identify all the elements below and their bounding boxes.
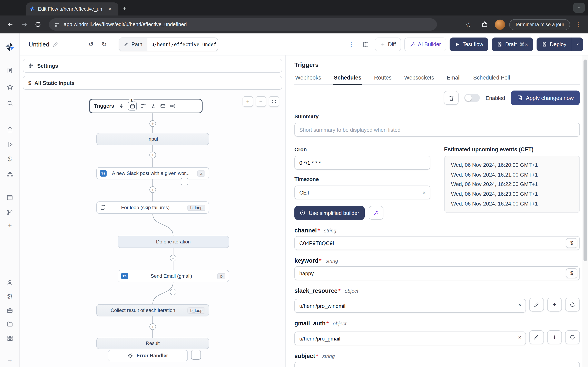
channel-input[interactable] (294, 236, 580, 250)
node-result[interactable]: Result (96, 338, 209, 349)
favorites-star-icon[interactable] (6, 83, 14, 91)
node-collect-result[interactable]: Collect result of each iteration b_loop (96, 304, 209, 317)
collapse-arrow-icon[interactable]: → (6, 355, 14, 363)
tab-search-button[interactable] (573, 3, 585, 13)
gmail-auth-input[interactable] (294, 332, 526, 345)
more-options-kebab-icon[interactable]: ⋮ (346, 39, 357, 50)
tab-email[interactable]: Email (446, 75, 461, 84)
fullscreen-icon[interactable] (269, 96, 279, 107)
delete-schedule-button[interactable] (444, 91, 458, 105)
tab-webhooks[interactable]: Webhooks (294, 75, 322, 84)
schedule-calendar-icon[interactable]: 1 (128, 101, 137, 110)
add-step-icon[interactable]: + (170, 289, 176, 295)
deploy-dropdown-chevron-icon[interactable] (572, 37, 583, 51)
node-slack-step[interactable]: TS A new Slack post with a given wor... … (96, 167, 209, 179)
users-icon[interactable] (6, 278, 14, 287)
summary-input[interactable] (294, 123, 580, 137)
keyword-input[interactable] (294, 266, 580, 280)
back-icon[interactable] (4, 18, 16, 31)
zoom-out-icon[interactable]: − (256, 96, 266, 107)
tab-schedules[interactable]: Schedules (333, 75, 362, 84)
scheduled-poll-icon[interactable] (170, 103, 176, 109)
triggers-node[interactable]: Triggers 1 (89, 99, 203, 113)
add-step-icon[interactable]: + (149, 152, 156, 158)
timezone-input[interactable] (294, 185, 430, 200)
page-scrollbar[interactable] (582, 55, 588, 367)
flow-canvas[interactable]: Triggers 1 (20, 90, 285, 367)
tab-routes[interactable]: Routes (373, 75, 392, 84)
websocket-plug-icon[interactable] (150, 103, 156, 109)
simplified-builder-button[interactable]: Use simplified builder (294, 206, 364, 220)
settings-gear-icon[interactable]: ⚙ (6, 292, 14, 300)
flows-icon[interactable] (6, 170, 14, 178)
add-step-icon[interactable]: + (170, 255, 176, 261)
add-resource-button[interactable]: + (547, 330, 562, 344)
step-action-icon[interactable] (181, 178, 188, 185)
edit-title-pencil-icon[interactable] (53, 42, 58, 47)
undo-button[interactable]: ↺ (85, 39, 97, 50)
add-error-handler-icon[interactable]: + (191, 350, 201, 360)
add-resource-button[interactable]: + (547, 298, 562, 312)
apply-changes-button[interactable]: Apply changes now (511, 91, 580, 105)
site-settings-icon[interactable] (54, 21, 60, 27)
node-input[interactable]: Input (96, 133, 209, 145)
tab-close-icon[interactable]: × (108, 6, 112, 12)
refresh-resource-button[interactable] (565, 298, 580, 312)
enabled-toggle[interactable] (464, 94, 480, 102)
add-step-icon[interactable]: + (149, 120, 156, 127)
slack-resource-input[interactable] (294, 299, 526, 313)
scrollbar-thumb[interactable] (584, 59, 587, 261)
insert-variable-dollar-button[interactable]: $ (566, 268, 577, 278)
redo-button[interactable]: ↻ (98, 39, 110, 50)
apps-grid-icon[interactable] (6, 334, 14, 342)
zoom-in-icon[interactable]: + (242, 96, 253, 107)
edit-resource-button[interactable] (529, 330, 544, 344)
search-icon[interactable] (6, 99, 14, 107)
resources-branch-icon[interactable] (6, 208, 14, 217)
bookmark-star-icon[interactable]: ☆ (462, 18, 474, 31)
reload-icon[interactable] (32, 18, 44, 31)
deploy-button[interactable]: Deploy (536, 37, 572, 51)
ai-builder-button[interactable]: AI Builder (405, 37, 446, 51)
forward-icon[interactable] (18, 18, 30, 31)
insert-variable-dollar-button[interactable]: $ (566, 238, 577, 248)
variables-dollar-icon[interactable]: $ (6, 155, 14, 163)
subject-input[interactable] (294, 362, 580, 367)
workers-briefcase-icon[interactable] (6, 306, 14, 314)
clear-resource-icon[interactable]: × (518, 334, 521, 340)
cron-input[interactable] (294, 156, 430, 170)
path-segment[interactable]: Path (119, 38, 147, 51)
url-bar[interactable]: app.windmill.dev/flows/edit/u/henri/effe… (49, 18, 437, 31)
path-input[interactable]: u/henri/effective_undef (147, 38, 217, 51)
edit-resource-button[interactable] (529, 298, 544, 312)
extensions-icon[interactable] (478, 18, 491, 31)
ai-cron-wand-button[interactable] (369, 206, 383, 220)
refresh-resource-button[interactable] (565, 330, 580, 344)
add-plus-icon[interactable]: + (6, 221, 14, 230)
windmill-logo-icon[interactable] (4, 42, 15, 52)
new-tab-button[interactable]: + (122, 5, 127, 13)
browser-menu-icon[interactable]: ⋮ (574, 21, 582, 28)
test-flow-button[interactable]: Test flow (450, 37, 489, 51)
home-icon[interactable] (6, 125, 14, 133)
routes-icon[interactable] (140, 103, 147, 109)
node-forloop[interactable]: For loop (skip failures) b_loop (96, 201, 209, 214)
draft-button[interactable]: Draft ⌘S (492, 37, 533, 51)
node-send-email[interactable]: TS Send Email (gmail) b (118, 270, 229, 282)
browser-tab[interactable]: Edit Flow u/henri/effective_un × (26, 2, 118, 16)
all-static-inputs-row[interactable]: $ All Static Inputs (23, 76, 282, 90)
clear-timezone-icon[interactable]: × (423, 190, 426, 195)
clear-resource-icon[interactable]: × (518, 302, 521, 308)
diff-button[interactable]: Diff (375, 37, 401, 51)
folders-icon[interactable] (6, 320, 14, 328)
runs-play-icon[interactable] (6, 140, 14, 149)
tab-websockets[interactable]: Websockets (403, 75, 435, 84)
schedules-calendar-icon[interactable] (6, 193, 14, 201)
tab-scheduled-poll[interactable]: Scheduled Poll (472, 75, 511, 84)
settings-row[interactable]: Settings (23, 59, 282, 73)
email-icon[interactable] (160, 103, 166, 109)
browser-update-button[interactable]: Terminer la mise à jour (509, 19, 570, 30)
add-step-icon[interactable]: + (149, 186, 156, 193)
webhook-zap-icon[interactable] (118, 103, 125, 109)
docs-book-icon[interactable] (360, 39, 372, 50)
